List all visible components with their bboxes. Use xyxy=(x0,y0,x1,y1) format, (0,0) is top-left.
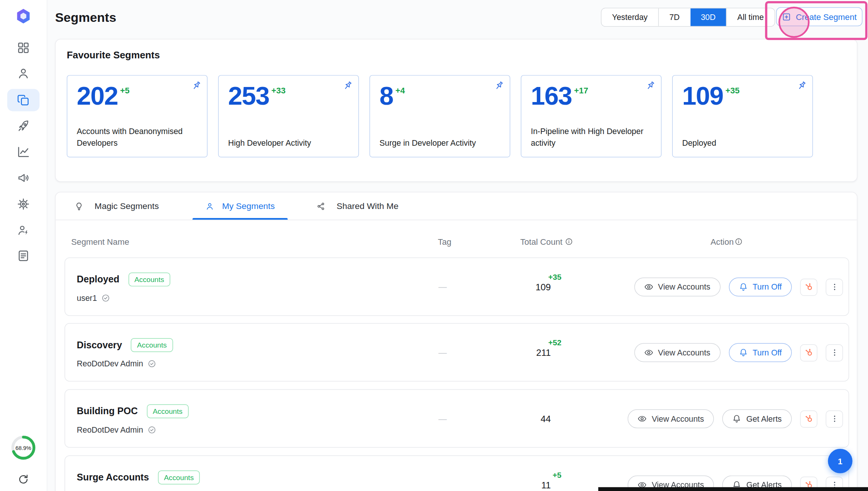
favourite-card[interactable]: 109 +35 Deployed xyxy=(672,75,813,157)
card-label: In-Pipeline with High Developer activity xyxy=(531,126,654,149)
view-accounts-button[interactable]: View Accounts xyxy=(634,278,720,296)
segment-type-badge: Accounts xyxy=(128,273,170,287)
eye-icon xyxy=(644,282,653,291)
segment-name: Building POC xyxy=(77,406,138,417)
create-segment-button[interactable]: Create Segment xyxy=(776,7,862,26)
filter-all-time[interactable]: All time xyxy=(726,8,775,26)
count-value: 11 xyxy=(541,479,551,491)
card-delta: +35 xyxy=(726,85,740,95)
pin-icon[interactable] xyxy=(494,80,505,91)
hubspot-icon xyxy=(804,414,814,424)
card-label: Accounts with Deanonymised Developers xyxy=(77,126,200,149)
get-alerts-button[interactable]: Get Alerts xyxy=(723,409,792,428)
filter-30d[interactable]: 30D xyxy=(690,8,726,26)
count-value: 211 xyxy=(536,347,551,358)
tab-my-segments[interactable]: My Segments xyxy=(193,192,288,220)
page-title: Segments xyxy=(55,9,116,26)
card-value: 253 xyxy=(228,80,269,111)
column-segment-name: Segment Name xyxy=(71,237,129,246)
segment-name: Surge Accounts xyxy=(77,472,149,483)
segment-owner: ReoDotDev Admin xyxy=(77,359,157,368)
bell-icon xyxy=(739,282,748,291)
forms-icon[interactable] xyxy=(17,249,30,262)
pin-icon[interactable] xyxy=(645,80,656,91)
filter-7d[interactable]: 7D xyxy=(658,8,690,26)
check-circle-icon xyxy=(101,294,110,303)
tag-value: — xyxy=(439,348,447,357)
total-count: +5 11 xyxy=(541,470,561,490)
column-total-count: Total Count xyxy=(520,237,573,246)
count-delta: +35 xyxy=(548,273,561,282)
check-circle-icon xyxy=(148,359,157,368)
segments-icon[interactable] xyxy=(17,93,30,107)
app-logo[interactable] xyxy=(15,8,32,24)
rocket-icon[interactable] xyxy=(17,120,30,133)
analytics-icon[interactable] xyxy=(17,145,30,158)
view-accounts-button[interactable]: View Accounts xyxy=(628,409,714,428)
tabs-bar: Magic Segments My Segments Shared With M… xyxy=(56,192,857,220)
tag-value: — xyxy=(439,282,447,291)
card-value: 109 xyxy=(682,80,723,111)
notification-fab[interactable]: 1 xyxy=(828,449,853,473)
kebab-menu-icon xyxy=(829,282,839,292)
count-delta: +52 xyxy=(548,338,561,347)
kebab-menu-icon xyxy=(829,414,839,424)
refresh-icon[interactable] xyxy=(18,474,29,485)
card-value: 8 xyxy=(379,80,393,111)
settings-icon[interactable] xyxy=(17,197,30,210)
favourite-card[interactable]: 8 +4 Surge in Developer Activity xyxy=(370,75,510,157)
usage-progress-ring: 68.9% xyxy=(11,435,36,461)
person-icon xyxy=(205,201,214,210)
segment-row: Building POC Accounts ReoDotDev Admin — … xyxy=(64,389,849,448)
row-menu-button[interactable] xyxy=(826,344,843,361)
hubspot-sync-button[interactable] xyxy=(800,410,818,427)
card-delta: +33 xyxy=(271,85,286,95)
count-value: 109 xyxy=(535,281,551,293)
filter-yesterday[interactable]: Yesterday xyxy=(602,8,659,26)
eye-icon xyxy=(644,348,653,357)
card-delta: +5 xyxy=(120,85,130,95)
favourite-card[interactable]: 253 +33 High Developer Activity xyxy=(218,75,359,157)
hubspot-sync-button[interactable] xyxy=(800,278,818,296)
info-icon[interactable] xyxy=(734,238,743,246)
segment-owner: ReoDotDev Admin xyxy=(77,425,157,435)
pin-icon[interactable] xyxy=(796,80,807,91)
segment-type-badge: Accounts xyxy=(158,470,200,484)
hubspot-icon xyxy=(804,348,814,358)
create-segment-label: Create Segment xyxy=(796,12,857,21)
pin-icon[interactable] xyxy=(342,80,353,91)
row-menu-button[interactable] xyxy=(826,278,843,296)
favourite-card[interactable]: 163 +17 In-Pipeline with High Developer … xyxy=(521,75,662,157)
row-menu-button[interactable] xyxy=(826,410,843,427)
tab-label: Shared With Me xyxy=(337,201,399,211)
hubspot-icon xyxy=(804,282,814,292)
pin-icon[interactable] xyxy=(191,80,202,91)
tab-magic-segments[interactable]: Magic Segments xyxy=(75,192,159,220)
eye-icon xyxy=(638,414,647,423)
user-pin-icon[interactable] xyxy=(17,224,30,237)
hubspot-sync-button[interactable] xyxy=(800,344,818,361)
favourite-card[interactable]: 202 +5 Accounts with Deanonymised Develo… xyxy=(67,75,208,157)
contacts-icon[interactable] xyxy=(17,67,30,80)
card-delta: +17 xyxy=(574,85,588,95)
segment-row: Surge Accounts Accounts +5 11 View Accou… xyxy=(64,456,849,491)
segment-row: Deployed Accounts user1 — +35 109 Vie xyxy=(64,258,849,316)
segment-type-badge: Accounts xyxy=(147,404,188,418)
dashboard-grid-icon[interactable] xyxy=(17,41,30,54)
total-count: +35 109 xyxy=(535,273,561,293)
announcements-icon[interactable] xyxy=(17,171,30,185)
card-label: High Developer Activity xyxy=(228,137,352,149)
segment-row: Discovery Accounts ReoDotDev Admin — +52… xyxy=(64,323,849,381)
app-root: 68.9% Segments Yesterday 7D 30D All time… xyxy=(0,0,868,491)
turn-off-button[interactable]: Turn Off xyxy=(729,343,792,362)
tab-label: Magic Segments xyxy=(95,201,159,211)
turn-off-button[interactable]: Turn Off xyxy=(729,278,792,296)
bell-icon xyxy=(732,414,741,423)
info-icon[interactable] xyxy=(565,238,573,246)
view-accounts-button[interactable]: View Accounts xyxy=(634,343,720,362)
total-count: 44 xyxy=(541,404,561,424)
time-filter-group: Yesterday 7D 30D All time xyxy=(601,8,775,27)
favourite-cards: 202 +5 Accounts with Deanonymised Develo… xyxy=(67,75,813,157)
tab-shared-with-me[interactable]: Shared With Me xyxy=(316,192,398,220)
bell-icon xyxy=(739,348,748,357)
